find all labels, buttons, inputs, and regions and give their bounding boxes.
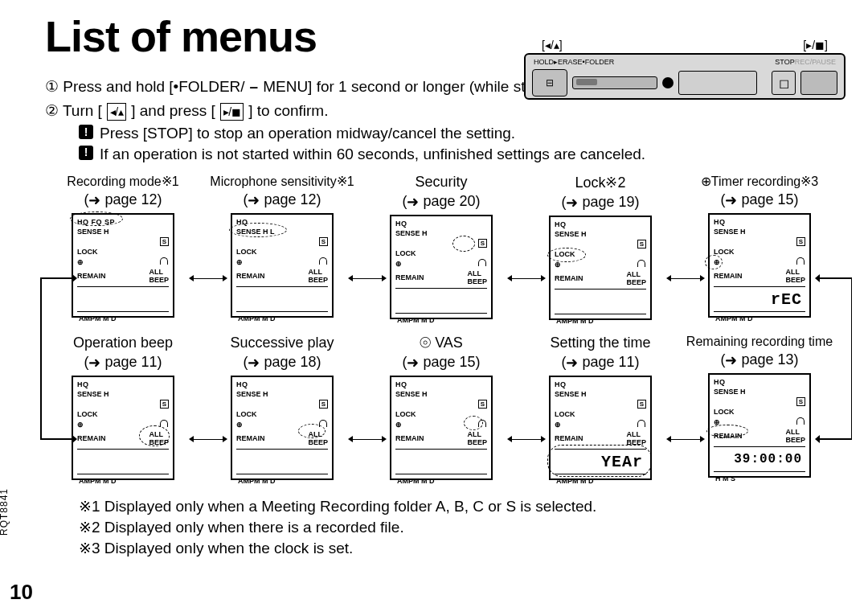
recorder-top-view: [◂/▴] [▸/◼] HOLD▸ ERASE •FOLDER STOP REC… <box>524 39 845 100</box>
device-label-stop: STOP <box>775 58 794 66</box>
menu-vas: ⦾ VAS (➜ page 15) HQ SENSE H S LOCK ⊕ RE… <box>366 335 517 480</box>
menu-connector-icon <box>671 439 700 440</box>
lcd-icon: HQ SENSE H S LOCK ⊕ REMAINALLBEEP AMPM M… <box>549 216 652 320</box>
caution-1: Press [STOP] to stop an operation midway… <box>100 123 515 144</box>
device-label-erase: ERASE <box>558 58 583 66</box>
footnotes: ※1 Displayed only when a Meeting Recordi… <box>45 496 837 558</box>
lcd-top-line: HQ <box>555 380 646 388</box>
lcd-icon: HQ SENSE H S LOCK ⊕ REMAINALLBEEP AMPM M… <box>390 376 493 480</box>
menu-setting-time: Setting the time (➜ page 11) HQ SENSE H … <box>525 335 676 480</box>
document-code: RQT8841 <box>0 488 10 536</box>
lcd-icon: HQ SENSE H S LOCK ⊕ REMAINALLBEEP AMPM M… <box>390 215 493 319</box>
lcd-top-line: HQ <box>236 380 328 388</box>
page-ref: (➜ page 12) <box>84 191 162 208</box>
lcd-icon: HQ SENSE H S LOCK ⊕ REMAINALLBEEP rEC AM… <box>708 213 811 318</box>
page-ref: (➜ page 19) <box>561 193 639 211</box>
arrow-right-icon <box>72 274 77 282</box>
menu-connector-icon <box>512 439 541 440</box>
page-ref: (➜ page 15) <box>402 353 480 371</box>
caution-icon: ! <box>79 146 93 160</box>
lcd-top-line: HQ <box>714 378 805 386</box>
menu-label: Successive play <box>230 335 334 351</box>
lcd-icon: HQ FQ SP SENSE H S LOCK ⊕ REMAINALLBEEP … <box>72 213 174 318</box>
lcd-icon: HQ SENSE H S LOCK ⊕ REMAINALLBEEP YEAr A… <box>549 376 652 480</box>
menu-connector-icon <box>194 439 223 440</box>
menu-connector-icon <box>194 278 223 279</box>
lcd-icon: HQ SENSE H S LOCK ⊕ REMAINALLBEEP 39:00:… <box>708 373 811 478</box>
menu-wrap-line-icon <box>820 277 852 279</box>
menu-row-1: Recording mode※1 (➜ page 12) HQ FQ SP SE… <box>45 174 837 320</box>
folder-menu-button-icon <box>678 71 757 95</box>
jog-arrow-left: [◂/▴] <box>542 39 563 51</box>
menu-label: Security <box>415 174 467 191</box>
menu-label: Remaining recording time <box>686 335 833 349</box>
page-number: 10 <box>10 580 33 605</box>
lcd-icon: HQ SENSE H L S LOCK ⊕ REMAINALLBEEP AMPM… <box>231 213 334 318</box>
menu-label: ⊕Timer recording※3 <box>701 174 818 189</box>
menu-row-2: Operation beep (➜ page 11) HQ SENSE H S … <box>45 335 837 480</box>
jog-arrow-right: [▸/◼] <box>803 39 828 51</box>
lcd-top-line: HQ <box>395 220 487 228</box>
menu-lock: Lock※2 (➜ page 19) HQ SENSE H S LOCK ⊕ R… <box>525 174 676 320</box>
menu-label: Recording mode※1 <box>67 174 178 189</box>
jog-key-icon: ◂/▴ <box>107 103 126 121</box>
menu-mic-sensitivity: Microphone sensitivity※1 (➜ page 12) HQ … <box>207 174 358 320</box>
lcd-icon: HQ SENSE H S LOCK ⊕ REMAINALLBEEP AMPM M… <box>72 376 174 480</box>
lcd-top-line: HQ <box>77 380 169 388</box>
menu-wrap-line-icon <box>40 438 72 440</box>
page-ref: (➜ page 11) <box>561 353 639 371</box>
menu-remaining-time: Remaining recording time (➜ page 13) HQ … <box>684 335 835 480</box>
lcd-top-line: HQ <box>555 220 646 228</box>
step-2-text-a: ② Turn [ <box>45 100 102 122</box>
menu-label: Microphone sensitivity※1 <box>210 174 354 189</box>
menu-connector-icon <box>353 439 382 440</box>
menu-connector-icon <box>353 278 382 279</box>
arrow-left-icon <box>815 435 820 443</box>
menu-successive-play: Successive play (➜ page 18) HQ SENSE H S… <box>207 335 358 480</box>
step-2-text-c: ] to confirm. <box>248 100 328 122</box>
caution-icon: ! <box>79 125 93 139</box>
menu-wrap-line-icon <box>851 278 853 439</box>
stop-button-icon: ◻ <box>772 71 796 95</box>
page-ref: (➜ page 11) <box>84 353 162 371</box>
page-ref: (➜ page 13) <box>720 351 798 368</box>
menu-connector-icon <box>512 278 541 279</box>
menu-label: ⦾ VAS <box>420 335 463 351</box>
page-ref: (➜ page 12) <box>243 191 321 208</box>
menu-wrap-line-icon <box>40 277 72 279</box>
menu-wrap-line-icon <box>40 278 42 439</box>
device-label-folder: •FOLDER <box>583 58 615 66</box>
menu-timer-recording: ⊕Timer recording※3 (➜ page 15) HQ SENSE … <box>684 174 835 320</box>
page-ref: (➜ page 18) <box>243 353 321 371</box>
erase-hole-icon <box>662 77 674 88</box>
page-ref: (➜ page 20) <box>402 192 480 210</box>
device-label-recpause: REC/PAUSE <box>795 58 836 66</box>
menu-label: Lock※2 <box>575 174 625 191</box>
highlight-ring-icon <box>547 445 652 477</box>
arrow-right-icon <box>72 435 77 443</box>
device-label-hold: HOLD▸ <box>534 58 558 66</box>
footnote-1: ※1 Displayed only when a Meeting Recordi… <box>79 496 837 517</box>
menu-grid: Recording mode※1 (➜ page 12) HQ FQ SP SE… <box>45 174 837 480</box>
menu-label: Operation beep <box>73 335 173 351</box>
step-2-text-b: ] and press [ <box>131 100 215 122</box>
step-1-text-a: ① Press and hold [•FOLDER/ <box>45 76 245 98</box>
playstop-key-icon: ▸/◼ <box>220 103 244 121</box>
rec-pause-button-icon <box>800 71 837 95</box>
caution-notes: !Press [STOP] to stop an operation midwa… <box>79 123 837 164</box>
jog-dial-icon: ⊟ <box>532 69 567 97</box>
menu-connector-icon <box>671 278 700 279</box>
caution-2: If an operation is not started within 60… <box>100 144 645 165</box>
lcd-icon: HQ SENSE H S LOCK ⊕ REMAINALLBEEP AMPM M… <box>231 376 334 480</box>
lcd-top-line: HQ <box>395 380 487 388</box>
menu-wrap-line-icon <box>820 438 852 440</box>
menu-operation-beep: Operation beep (➜ page 11) HQ SENSE H S … <box>47 335 199 480</box>
manual-page: List of menus [◂/▴] [▸/◼] HOLD▸ ERASE •F… <box>0 0 868 616</box>
menu-label: Setting the time <box>550 335 650 351</box>
menu-security: Security (➜ page 20) HQ SENSE H S LOCK ⊕… <box>366 174 517 320</box>
menu-recording-mode: Recording mode※1 (➜ page 12) HQ FQ SP SE… <box>47 174 199 320</box>
page-ref: (➜ page 15) <box>720 191 798 208</box>
arrow-left-icon <box>815 274 820 282</box>
hold-slider-icon <box>572 76 657 89</box>
footnote-3: ※3 Displayed only when the clock is set. <box>79 538 837 559</box>
